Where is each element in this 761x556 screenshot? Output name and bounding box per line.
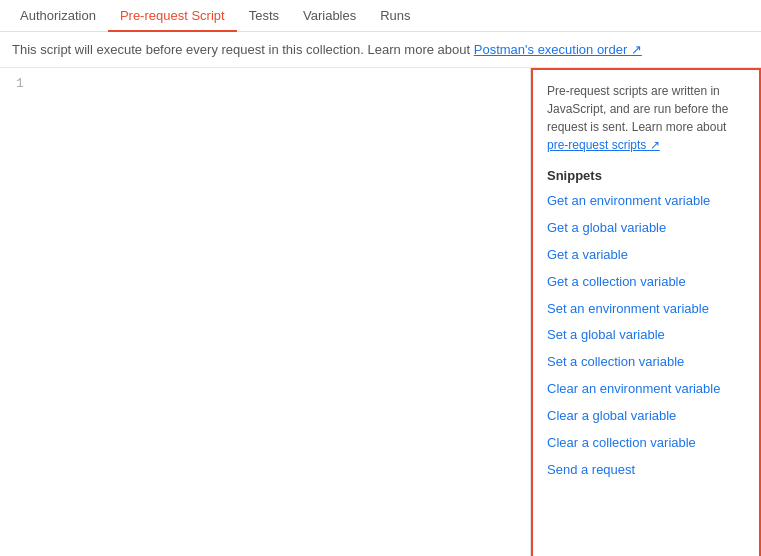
tabs-container: Authorization Pre-request Script Tests V… [0, 0, 761, 32]
sidebar-panel: Pre-request scripts are written in JavaS… [531, 68, 761, 556]
tab-pre-request-script[interactable]: Pre-request Script [108, 0, 237, 31]
snippet-clear-global-var[interactable]: Clear a global variable [547, 408, 745, 425]
postman-execution-order-link[interactable]: Postman's execution order ↗ [474, 42, 642, 57]
line-number-1: 1 [8, 76, 32, 91]
snippet-get-var[interactable]: Get a variable [547, 247, 745, 264]
snippet-get-env-var[interactable]: Get an environment variable [547, 193, 745, 210]
snippet-clear-env-var[interactable]: Clear an environment variable [547, 381, 745, 398]
snippet-get-collection-var[interactable]: Get a collection variable [547, 274, 745, 291]
tab-authorization[interactable]: Authorization [8, 0, 108, 31]
snippet-clear-collection-var[interactable]: Clear a collection variable [547, 435, 745, 452]
description-bar: This script will execute before every re… [0, 32, 761, 68]
snippet-set-global-var[interactable]: Set a global variable [547, 327, 745, 344]
snippets-title: Snippets [547, 168, 745, 183]
sidebar-description: Pre-request scripts are written in JavaS… [547, 82, 745, 154]
pre-request-scripts-link[interactable]: pre-request scripts ↗ [547, 138, 660, 152]
snippet-send-request[interactable]: Send a request [547, 462, 745, 479]
main-content: 1 Pre-request scripts are written in Jav… [0, 68, 761, 556]
snippet-set-collection-var[interactable]: Set a collection variable [547, 354, 745, 371]
editor-area[interactable]: 1 [0, 68, 531, 556]
snippet-set-env-var[interactable]: Set an environment variable [547, 301, 745, 318]
snippet-get-global-var[interactable]: Get a global variable [547, 220, 745, 237]
tab-variables[interactable]: Variables [291, 0, 368, 31]
tab-runs[interactable]: Runs [368, 0, 422, 31]
tab-tests[interactable]: Tests [237, 0, 291, 31]
